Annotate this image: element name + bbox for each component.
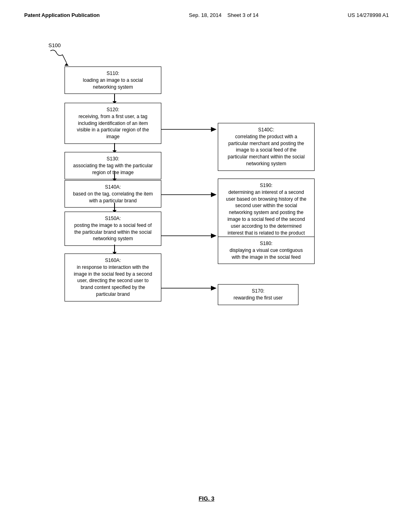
svg-marker-0 <box>65 63 69 66</box>
header-right: US 14/278998 A1 <box>348 12 389 18</box>
s160a-box: S160A: in response to interaction with t… <box>65 254 161 301</box>
svg-marker-6 <box>211 233 217 238</box>
svg-marker-8 <box>211 286 217 291</box>
page: Patent Application Publication Sep. 18, … <box>0 0 413 532</box>
s140c-box: S140C: correlating the product with a pa… <box>218 123 315 171</box>
header-left: Patent Application Publication <box>24 12 100 18</box>
s100-arrow-icon <box>48 49 73 69</box>
arrow-s160a-s170-icon <box>161 280 220 296</box>
s120-box: S120: receiving, from a first user, a ta… <box>65 103 161 144</box>
svg-marker-2 <box>211 127 217 132</box>
arrow-s140a-s190-icon <box>161 187 220 203</box>
arrow-s150a-s180-icon <box>161 228 220 244</box>
s190-box: S190: determining an interest of a secon… <box>218 179 315 240</box>
svg-marker-4 <box>211 192 217 197</box>
s150a-box: S150A: posting the image to a social fee… <box>65 212 161 246</box>
header-center: Sep. 18, 2014 Sheet 3 of 14 <box>189 12 259 18</box>
figure-label: FIG. 3 <box>199 495 215 502</box>
diagram-area: S100 S110: loading an image to a social … <box>24 42 389 486</box>
s180-box: S180: displaying a visual cue contiguous… <box>218 237 315 264</box>
s100-label: S100 <box>48 42 60 48</box>
s170-box: S170: rewarding the first user <box>218 284 298 305</box>
page-header: Patent Application Publication Sep. 18, … <box>24 12 389 18</box>
s110-box: S110: loading an image to a social netwo… <box>65 66 161 94</box>
arrow-s130-s140c-icon <box>161 121 220 137</box>
